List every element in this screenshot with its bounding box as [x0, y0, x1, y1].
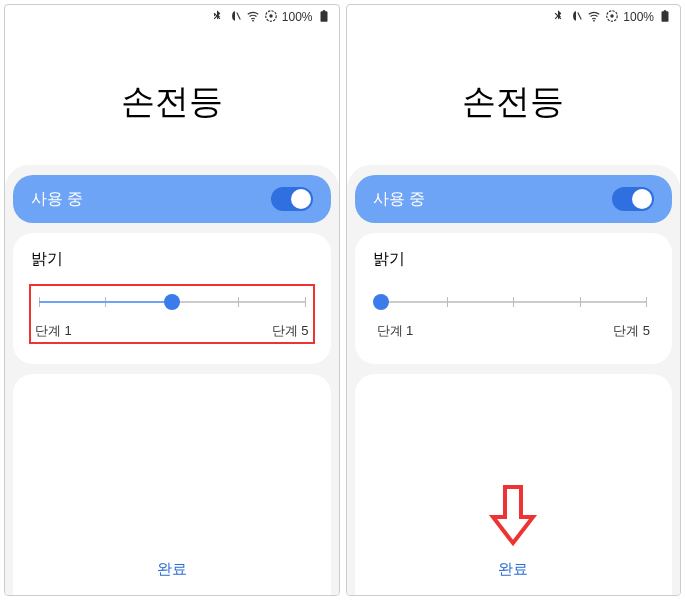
brightness-card: 밝기 단계 1 단계 5: [355, 233, 673, 364]
down-arrow-hint-icon: [488, 483, 538, 551]
data-saver-icon: [605, 9, 619, 26]
battery-text: 100%: [623, 10, 654, 24]
svg-point-1: [252, 19, 254, 21]
content: 사용 중 밝기 단계 1 단계 5: [5, 165, 339, 595]
done-button[interactable]: 완료: [13, 560, 331, 579]
page-header: 손전등: [347, 29, 681, 165]
toggle-switch[interactable]: [612, 187, 654, 211]
svg-point-7: [593, 19, 595, 21]
page-title: 손전등: [5, 79, 339, 125]
brightness-label: 밝기: [373, 249, 655, 270]
status-bar: 100%: [347, 5, 681, 29]
wifi-icon: [246, 9, 260, 26]
svg-rect-10: [662, 11, 669, 21]
slider-min-label: 단계 1: [35, 322, 72, 340]
svg-line-0: [237, 12, 241, 19]
mute-icon: [228, 9, 242, 26]
svg-line-6: [578, 12, 582, 19]
battery-text: 100%: [282, 10, 313, 24]
slider-thumb[interactable]: [164, 294, 180, 310]
mute-icon: [569, 9, 583, 26]
brightness-card: 밝기 단계 1 단계 5: [13, 233, 331, 364]
svg-rect-11: [664, 10, 666, 12]
svg-rect-4: [320, 11, 327, 21]
svg-point-9: [611, 14, 615, 18]
wifi-icon: [587, 9, 601, 26]
phone-screen-left: 100% 손전등 사용 중 밝기: [4, 4, 340, 596]
svg-rect-5: [322, 10, 324, 12]
brightness-slider-wrap: 단계 1 단계 5: [373, 290, 655, 342]
toggle-label: 사용 중: [373, 189, 425, 210]
spacer-card: 완료: [355, 374, 673, 595]
toggle-row[interactable]: 사용 중: [13, 175, 331, 223]
toggle-row[interactable]: 사용 중: [355, 175, 673, 223]
bluetooth-icon: [551, 9, 565, 26]
page-header: 손전등: [5, 29, 339, 165]
slider-min-label: 단계 1: [377, 322, 414, 340]
brightness-label: 밝기: [31, 249, 313, 270]
spacer-card: 완료: [13, 374, 331, 595]
status-bar: 100%: [5, 5, 339, 29]
battery-icon: [317, 9, 331, 26]
brightness-slider[interactable]: [381, 292, 647, 312]
bluetooth-icon: [210, 9, 224, 26]
toggle-label: 사용 중: [31, 189, 83, 210]
done-button[interactable]: 완료: [355, 560, 673, 579]
brightness-slider[interactable]: [39, 292, 305, 312]
data-saver-icon: [264, 9, 278, 26]
slider-max-label: 단계 5: [272, 322, 309, 340]
slider-max-label: 단계 5: [613, 322, 650, 340]
phone-screen-right: 100% 손전등 사용 중 밝기: [346, 4, 682, 596]
content: 사용 중 밝기 단계 1 단계 5: [347, 165, 681, 595]
battery-icon: [658, 9, 672, 26]
slider-thumb[interactable]: [373, 294, 389, 310]
svg-point-3: [269, 14, 273, 18]
toggle-switch[interactable]: [271, 187, 313, 211]
page-title: 손전등: [347, 79, 681, 125]
brightness-slider-highlight: 단계 1 단계 5: [29, 284, 315, 344]
